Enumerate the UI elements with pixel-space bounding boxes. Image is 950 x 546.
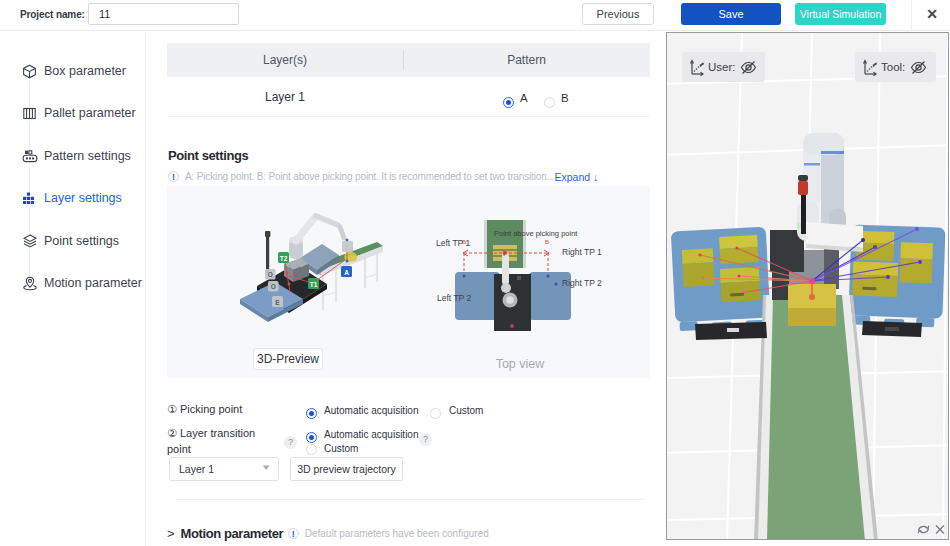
svg-text:Right TP 2: Right TP 2 (562, 278, 602, 288)
svg-text:B: B (545, 239, 549, 245)
svg-text:O: O (271, 283, 276, 290)
svg-text:Point above picking point: Point above picking point (494, 229, 578, 238)
svg-text:O: O (268, 271, 273, 278)
svg-text:T1: T1 (310, 281, 318, 288)
svg-text:Right TP 1: Right TP 1 (562, 247, 602, 257)
svg-text:Left TP 1: Left TP 1 (436, 238, 470, 248)
svg-text:Left TP 2: Left TP 2 (437, 293, 471, 303)
svg-text:T2: T2 (280, 255, 288, 262)
svg-text:E: E (275, 299, 280, 306)
svg-text:A: A (344, 269, 349, 276)
